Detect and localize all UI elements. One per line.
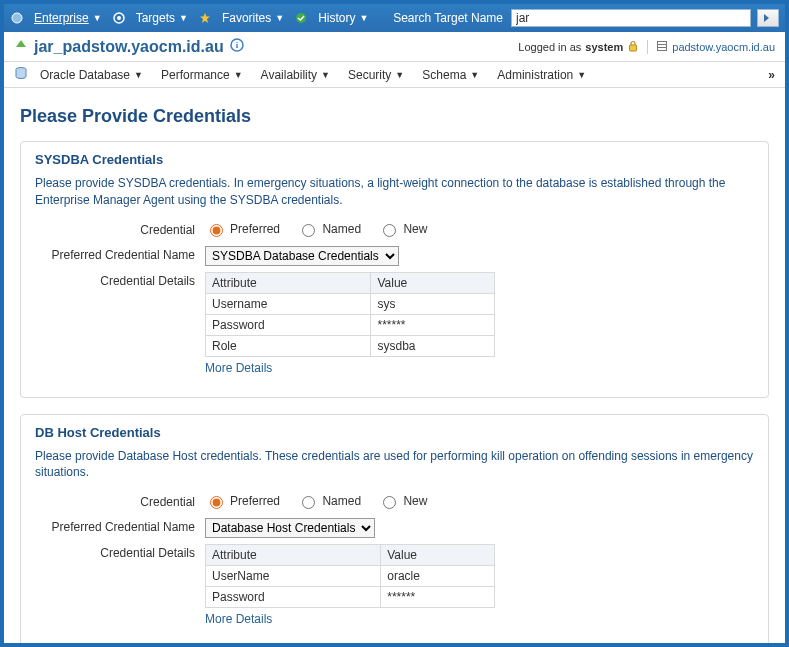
panel-dbhost-desc: Please provide Database Host credentials… bbox=[35, 448, 754, 482]
caret-down-icon: ▼ bbox=[93, 13, 102, 23]
svg-rect-7 bbox=[630, 45, 637, 51]
table-row: Rolesysdba bbox=[206, 335, 495, 356]
label-details: Credential Details bbox=[35, 544, 205, 560]
menu-oracle-database[interactable]: Oracle Database▼ bbox=[34, 66, 149, 84]
menu-targets-label: Targets bbox=[136, 11, 175, 25]
logged-in-user: system bbox=[585, 41, 623, 53]
radio-preferred-input[interactable] bbox=[210, 496, 223, 509]
table-row: UserNameoracle bbox=[206, 566, 495, 587]
panel-dbhost-heading: DB Host Credentials bbox=[35, 425, 754, 440]
menu-enterprise-label: Enterprise bbox=[34, 11, 89, 25]
radio-named-input[interactable] bbox=[302, 496, 315, 509]
host-icon bbox=[656, 40, 668, 54]
menu-administration[interactable]: Administration▼ bbox=[491, 66, 592, 84]
global-nav: Enterprise ▼ Targets ▼ Favorites ▼ Histo… bbox=[4, 4, 785, 32]
menu-favorites[interactable]: Favorites ▼ bbox=[216, 9, 290, 27]
lock-icon bbox=[627, 40, 639, 54]
context-nav: Oracle Database▼ Performance▼ Availabili… bbox=[4, 62, 785, 88]
svg-marker-3 bbox=[200, 13, 210, 23]
search-input[interactable] bbox=[511, 9, 751, 27]
panel-sysdba: SYSDBA Credentials Please provide SYSDBA… bbox=[20, 141, 769, 398]
overflow-chevron-icon[interactable]: » bbox=[768, 68, 775, 82]
caret-down-icon: ▼ bbox=[275, 13, 284, 23]
menu-targets[interactable]: Targets ▼ bbox=[130, 9, 194, 27]
table-row: Password****** bbox=[206, 314, 495, 335]
radio-preferred[interactable]: Preferred bbox=[205, 221, 280, 237]
panel-sysdba-heading: SYSDBA Credentials bbox=[35, 152, 754, 167]
panel-dbhost: DB Host Credentials Please provide Datab… bbox=[20, 414, 769, 643]
history-icon bbox=[294, 11, 308, 25]
table-row: Password****** bbox=[206, 587, 495, 608]
th-value: Value bbox=[371, 272, 495, 293]
dbhost-cred-table: AttributeValue UserNameoracle Password**… bbox=[205, 544, 495, 608]
search-go-button[interactable] bbox=[757, 9, 779, 27]
menu-history-label: History bbox=[318, 11, 355, 25]
targets-icon bbox=[112, 11, 126, 25]
favorites-icon bbox=[198, 11, 212, 25]
menu-schema[interactable]: Schema▼ bbox=[416, 66, 485, 84]
radio-preferred[interactable]: Preferred bbox=[205, 493, 280, 509]
label-credential: Credential bbox=[35, 221, 205, 237]
target-up-icon bbox=[14, 38, 28, 55]
info-icon[interactable]: i bbox=[230, 38, 244, 55]
target-title: jar_padstow.yaocm.id.au bbox=[34, 38, 224, 56]
sysdba-credential-radios: Preferred Named New bbox=[205, 221, 754, 240]
radio-new[interactable]: New bbox=[378, 221, 427, 237]
menu-performance[interactable]: Performance▼ bbox=[155, 66, 249, 84]
target-bar: jar_padstow.yaocm.id.au i Logged in as s… bbox=[4, 32, 785, 62]
menu-enterprise[interactable]: Enterprise ▼ bbox=[28, 9, 108, 27]
sysdba-cred-table: AttributeValue Usernamesys Password*****… bbox=[205, 272, 495, 357]
panel-sysdba-desc: Please provide SYSDBA credentials. In em… bbox=[35, 175, 754, 209]
database-icon bbox=[14, 66, 28, 83]
caret-down-icon: ▼ bbox=[360, 13, 369, 23]
label-pref-name: Preferred Credential Name bbox=[35, 246, 205, 262]
caret-down-icon: ▼ bbox=[179, 13, 188, 23]
radio-preferred-input[interactable] bbox=[210, 224, 223, 237]
menu-security[interactable]: Security▼ bbox=[342, 66, 410, 84]
search-label: Search Target Name bbox=[393, 11, 507, 25]
logged-in-prefix: Logged in as bbox=[518, 41, 581, 53]
page-title: Please Provide Credentials bbox=[20, 106, 769, 127]
radio-named[interactable]: Named bbox=[297, 221, 361, 237]
menu-history[interactable]: History ▼ bbox=[312, 9, 374, 27]
svg-point-2 bbox=[117, 16, 121, 20]
sysdba-pref-select[interactable]: SYSDBA Database Credentials bbox=[205, 246, 399, 266]
enterprise-icon bbox=[10, 11, 24, 25]
divider bbox=[647, 40, 648, 54]
svg-text:i: i bbox=[235, 40, 238, 50]
dbhost-credential-radios: Preferred Named New bbox=[205, 493, 754, 512]
svg-rect-8 bbox=[658, 41, 667, 50]
radio-named[interactable]: Named bbox=[297, 493, 361, 509]
sysdba-more-details-link[interactable]: More Details bbox=[205, 361, 272, 375]
radio-new-input[interactable] bbox=[383, 224, 396, 237]
th-attribute: Attribute bbox=[206, 545, 381, 566]
svg-point-0 bbox=[12, 13, 22, 23]
radio-new-input[interactable] bbox=[383, 496, 396, 509]
svg-point-4 bbox=[296, 13, 306, 23]
radio-named-input[interactable] bbox=[302, 224, 315, 237]
dbhost-more-details-link[interactable]: More Details bbox=[205, 612, 272, 626]
th-attribute: Attribute bbox=[206, 272, 371, 293]
label-details: Credential Details bbox=[35, 272, 205, 288]
dbhost-pref-select[interactable]: Database Host Credentials bbox=[205, 518, 375, 538]
content-area: Please Provide Credentials SYSDBA Creden… bbox=[4, 88, 785, 643]
host-link[interactable]: padstow.yaocm.id.au bbox=[672, 41, 775, 53]
menu-availability[interactable]: Availability▼ bbox=[255, 66, 336, 84]
radio-new[interactable]: New bbox=[378, 493, 427, 509]
menu-favorites-label: Favorites bbox=[222, 11, 271, 25]
label-pref-name: Preferred Credential Name bbox=[35, 518, 205, 534]
table-row: Usernamesys bbox=[206, 293, 495, 314]
label-credential: Credential bbox=[35, 493, 205, 509]
th-value: Value bbox=[381, 545, 495, 566]
